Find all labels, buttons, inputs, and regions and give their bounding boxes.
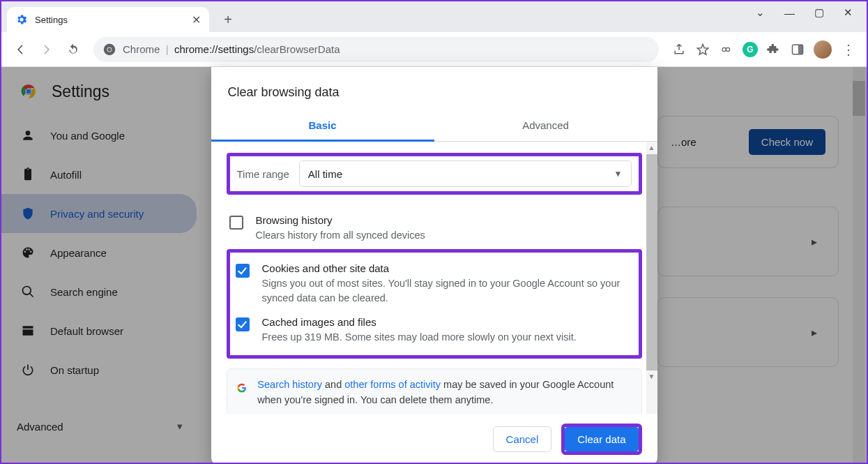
checkbox[interactable] — [236, 264, 250, 278]
time-range-label: Time range — [237, 168, 289, 180]
search-history-link[interactable]: Search history — [257, 379, 322, 390]
close-window-button[interactable]: ✕ — [844, 6, 853, 19]
time-range-highlight: Time range All time ▼ — [227, 153, 642, 195]
side-panel-icon[interactable] — [790, 42, 805, 57]
profile-avatar[interactable] — [814, 40, 832, 59]
tab-title: Settings — [35, 15, 185, 25]
google-account-info: Search history and other forms of activi… — [227, 368, 642, 414]
option-title: Browsing history — [256, 214, 425, 226]
omnibox[interactable]: Chrome | chrome://settings/clearBrowserD… — [93, 37, 659, 62]
info-text: Search history and other forms of activi… — [257, 377, 631, 408]
clear-browsing-data-dialog: Clear browsing data Basic Advanced Time … — [211, 67, 657, 464]
menu-button[interactable]: ⋮ — [840, 42, 855, 57]
option-desc: Frees up 319 MB. Some sites may load mor… — [262, 330, 577, 344]
option-title: Cookies and other site data — [262, 262, 633, 274]
google-icon — [237, 380, 247, 396]
option-title: Cached images and files — [262, 316, 577, 328]
option-desc: Signs you out of most sites. You'll stay… — [262, 276, 633, 305]
tab-advanced[interactable]: Advanced — [434, 111, 657, 142]
svg-point-3 — [722, 47, 726, 51]
option-browsing-history[interactable]: Browsing history Clears history from all… — [227, 210, 642, 249]
extension-cloud-icon[interactable] — [719, 42, 734, 57]
browser-tab[interactable]: Settings ✕ — [7, 7, 209, 32]
url-text: Chrome | chrome://settings/clearBrowserD… — [123, 43, 340, 55]
close-tab-icon[interactable]: ✕ — [192, 13, 201, 27]
svg-point-4 — [726, 47, 729, 51]
forward-button[interactable] — [35, 38, 59, 61]
checkbox[interactable] — [236, 317, 250, 331]
clear-data-button[interactable]: Clear data — [565, 427, 638, 451]
grammarly-icon[interactable]: G — [743, 42, 758, 57]
dialog-scrollbar[interactable]: ▲ ▼ — [646, 142, 657, 414]
extensions-icon[interactable] — [766, 42, 782, 57]
chrome-icon — [103, 43, 116, 56]
time-range-dropdown[interactable]: All time ▼ — [299, 160, 632, 187]
dialog-title: Clear browsing data — [211, 67, 657, 111]
minimize-button[interactable]: — — [784, 7, 795, 19]
star-icon[interactable] — [695, 42, 710, 57]
new-tab-button[interactable]: + — [218, 9, 238, 30]
clear-data-highlight: Clear data — [561, 424, 641, 455]
cancel-button[interactable]: Cancel — [493, 426, 552, 452]
maximize-button[interactable]: ▢ — [814, 6, 824, 19]
scroll-up-icon[interactable]: ▲ — [646, 142, 657, 153]
scroll-thumb[interactable] — [646, 154, 657, 371]
back-button[interactable] — [8, 38, 32, 61]
options-highlight: Cookies and other site data Signs you ou… — [227, 249, 642, 359]
share-icon[interactable] — [671, 42, 687, 57]
option-desc: Clears history from all synced devices — [256, 228, 425, 242]
tab-basic[interactable]: Basic — [211, 111, 434, 142]
svg-rect-6 — [798, 45, 803, 54]
gear-icon — [15, 13, 28, 26]
caret-down-icon[interactable]: ⌄ — [756, 6, 765, 19]
option-cookies[interactable]: Cookies and other site data Signs you ou… — [233, 260, 636, 313]
other-activity-link[interactable]: other forms of activity — [344, 379, 441, 390]
svg-point-2 — [107, 47, 111, 51]
scroll-down-icon[interactable]: ▼ — [646, 371, 657, 382]
dropdown-value: All time — [308, 168, 342, 180]
reload-button[interactable] — [61, 38, 85, 61]
chevron-down-icon: ▼ — [614, 169, 623, 179]
toolbar: Chrome | chrome://settings/clearBrowserD… — [1, 32, 867, 67]
option-cache[interactable]: Cached images and files Frees up 319 MB.… — [233, 313, 636, 352]
checkbox[interactable] — [229, 216, 243, 230]
tab-strip: Settings ✕ + — [1, 1, 867, 32]
